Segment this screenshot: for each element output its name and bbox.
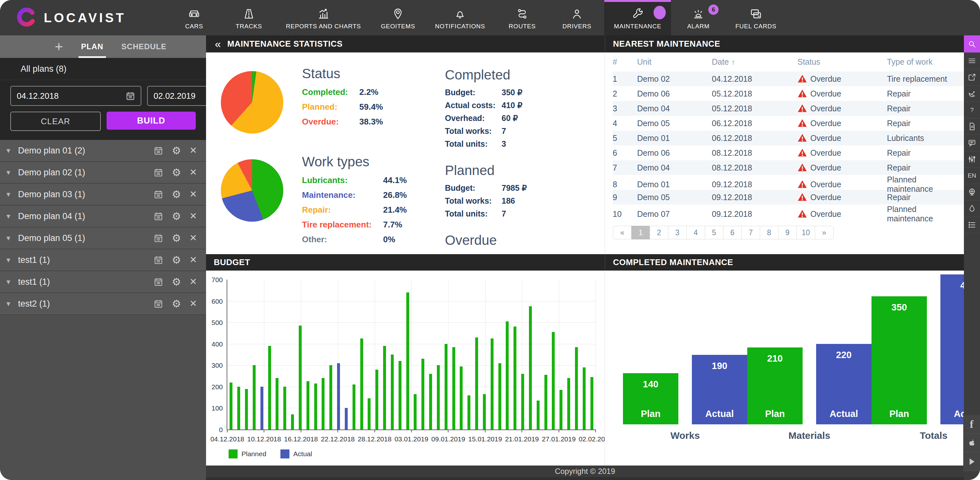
sliders-icon[interactable] [964, 151, 980, 168]
chevron-down-icon[interactable]: ▾ [6, 255, 18, 265]
plan-delete-icon[interactable]: ✕ [189, 255, 197, 265]
page-button-«[interactable]: « [613, 226, 632, 239]
planned-bar[interactable] [468, 395, 470, 430]
nav-item-cars[interactable]: CARS [167, 0, 221, 35]
planned-bar[interactable] [452, 347, 455, 429]
actual-bar[interactable]: 410Actual [940, 274, 964, 425]
chevron-down-icon[interactable]: ▾ [6, 168, 18, 177]
table-row[interactable]: 10Demo 0709.12.2018OverduePlanned mainte… [612, 204, 964, 219]
chat-icon[interactable] [964, 135, 980, 151]
tab-schedule[interactable]: SCHEDULE [121, 35, 167, 58]
document-icon[interactable] [964, 119, 980, 135]
planned-bar[interactable] [544, 375, 547, 429]
planned-bar[interactable] [537, 401, 539, 429]
planned-bar[interactable] [253, 365, 256, 429]
google-play-icon[interactable] [963, 452, 980, 471]
col-unit[interactable]: Unit [637, 57, 712, 67]
nav-item-tracks[interactable]: TRACKS [221, 0, 276, 35]
nav-item-fuel-cards[interactable]: FUEL CARDS [725, 0, 786, 35]
chevron-down-icon[interactable]: ▾ [6, 299, 18, 308]
facebook-icon[interactable]: f [963, 415, 980, 434]
planned-bar[interactable] [314, 383, 317, 429]
add-plan-icon[interactable]: + [55, 40, 63, 54]
planned-bar[interactable] [321, 378, 325, 429]
planned-bar[interactable] [275, 378, 278, 429]
planned-bar[interactable] [552, 332, 555, 429]
apple-icon[interactable] [963, 434, 980, 452]
plan-row[interactable]: ▾Demo plan 05 (1)⚙✕ [0, 227, 206, 249]
planned-bar[interactable] [299, 326, 302, 429]
chevron-down-icon[interactable]: ▾ [6, 190, 18, 199]
plan-delete-icon[interactable]: ✕ [189, 146, 197, 155]
planned-bar[interactable] [329, 365, 332, 429]
planned-bar[interactable] [514, 326, 516, 429]
planned-bar[interactable] [237, 387, 240, 429]
plan-settings-icon[interactable]: ⚙ [172, 233, 181, 243]
tab-plan[interactable]: PLAN [81, 35, 103, 58]
planned-bar[interactable] [291, 414, 294, 429]
planned-bar[interactable] [360, 339, 363, 429]
table-row[interactable]: 6Demo 0608.12.2018OverdueRepair [612, 146, 964, 160]
plan-calendar-icon[interactable] [153, 233, 164, 243]
plan-row[interactable]: ▾Demo plan 04 (1)⚙✕ [0, 206, 206, 227]
plan-calendar-icon[interactable] [153, 189, 164, 200]
globe-icon[interactable] [964, 184, 980, 200]
page-button-3[interactable]: 3 [668, 226, 687, 239]
planned-bar[interactable] [460, 366, 463, 429]
table-row[interactable]: 8Demo 0109.12.2018OverduePlanned mainten… [612, 175, 964, 190]
planned-bar[interactable] [575, 347, 578, 429]
nav-item-maintenance[interactable]: MAINTENANCE [604, 0, 671, 35]
search-icon[interactable] [964, 35, 980, 53]
planned-bar[interactable] [583, 368, 585, 429]
plan-row[interactable]: ▾Demo plan 02 (1)⚙✕ [0, 162, 206, 184]
list-icon[interactable] [964, 217, 980, 233]
table-row[interactable]: 5Demo 0106.12.2018OverdueLubricants [612, 131, 964, 146]
plan-calendar-icon[interactable] [153, 146, 164, 156]
plan-settings-icon[interactable]: ⚙ [172, 255, 181, 265]
plan-row[interactable]: ▾Demo plan 01 (2)⚙✕ [0, 140, 206, 162]
table-row[interactable]: 7Demo 0408.12.2018OverdueRepair [612, 160, 964, 175]
plan-row[interactable]: ▾test1 (1)⚙✕ [0, 271, 206, 293]
date-from-field[interactable] [10, 86, 142, 106]
plan-row[interactable]: ▾test1 (1)⚙✕ [0, 249, 206, 271]
plan-settings-icon[interactable]: ⚙ [172, 277, 181, 287]
fuel-drop-icon[interactable] [964, 200, 980, 217]
planned-bar[interactable] [483, 394, 486, 429]
col-num[interactable]: # [612, 57, 637, 67]
plan-settings-icon[interactable]: ⚙ [172, 167, 181, 177]
plan-bar[interactable]: 350Plan [872, 296, 927, 425]
chevron-down-icon[interactable]: ▾ [6, 277, 18, 286]
plan-settings-icon[interactable]: ⚙ [172, 146, 181, 156]
page-button-9[interactable]: 9 [778, 226, 797, 239]
table-row[interactable]: 3Demo 0405.12.2018OverdueRepair [612, 101, 964, 116]
page-button-»[interactable]: » [815, 226, 834, 239]
build-button[interactable]: BUILD [107, 112, 196, 130]
page-button-8[interactable]: 8 [760, 226, 778, 239]
plan-calendar-icon[interactable] [153, 211, 164, 221]
nav-item-alarm[interactable]: ALARM6 [671, 0, 725, 35]
page-button-7[interactable]: 7 [741, 226, 760, 239]
plan-delete-icon[interactable]: ✕ [189, 277, 197, 286]
nav-item-notifications[interactable]: NOTIFICATIONS [425, 0, 495, 35]
planned-bar[interactable] [229, 383, 232, 429]
nav-item-drivers[interactable]: DRIVERS [550, 0, 604, 35]
planned-bar[interactable] [521, 374, 524, 429]
planned-bar[interactable] [506, 322, 509, 429]
planned-bar[interactable] [529, 306, 532, 429]
calendar-icon[interactable] [125, 91, 135, 101]
planned-bar[interactable] [422, 359, 424, 429]
plan-calendar-icon[interactable] [153, 299, 164, 309]
planned-bar[interactable] [383, 346, 386, 429]
plan-calendar-icon[interactable] [153, 255, 164, 265]
planned-bar[interactable] [268, 346, 271, 429]
planned-bar[interactable] [567, 378, 570, 429]
planned-bar[interactable] [375, 370, 378, 429]
nav-item-routes[interactable]: ROUTES [495, 0, 550, 35]
export-icon[interactable] [964, 69, 980, 86]
actual-bar[interactable] [261, 387, 263, 429]
plan-delete-icon[interactable]: ✕ [189, 190, 197, 199]
chevron-down-icon[interactable]: ▾ [6, 212, 18, 221]
actual-bar[interactable]: 190Actual [692, 355, 747, 425]
actual-bar[interactable]: 220Actual [816, 344, 872, 425]
page-button-10[interactable]: 10 [797, 226, 815, 239]
